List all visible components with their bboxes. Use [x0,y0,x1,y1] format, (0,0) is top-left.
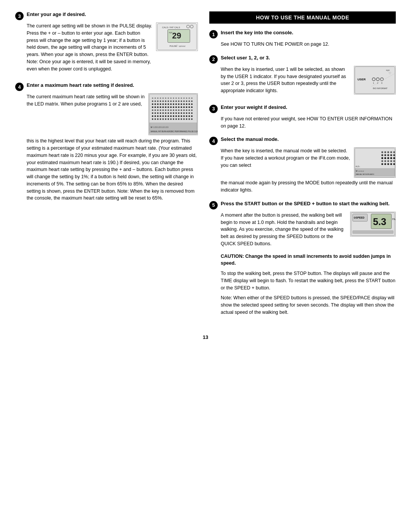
svg-text:1: 1 [373,81,374,84]
svg-point-123 [152,118,153,120]
svg-point-47 [162,104,164,105]
svg-point-81 [167,109,169,111]
svg-point-119 [183,115,185,117]
svg-point-159 [390,152,392,153]
step4-body1-left: The current maximum heart rate setting w… [27,93,145,108]
svg-point-174 [390,160,392,162]
step1-body-right: See HOW TO TURN ON THE POWER on page 12. [221,41,396,48]
svg-point-27 [152,101,153,102]
step5-caution-right: CAUTION: Change the speed in small incre… [221,253,396,267]
svg-point-130 [170,118,172,120]
svg-point-97 [167,112,169,114]
svg-point-175 [393,160,395,162]
svg-point-109 [157,115,159,117]
svg-point-29 [157,101,159,102]
svg-point-50 [170,104,172,105]
svg-point-162 [384,154,386,156]
step3-body-right: If you have not entered your weight, see… [221,115,396,130]
svg-point-138 [191,118,193,120]
svg-point-137 [188,118,190,120]
svg-point-135 [183,118,185,120]
svg-point-18 [170,97,172,99]
svg-point-39 [183,101,185,102]
step4-body1-right: When the key is inserted, the manual mod… [221,147,350,169]
svg-point-117 [178,115,180,117]
svg-point-177 [384,163,386,165]
svg-point-36 [175,101,177,102]
svg-point-132 [175,118,177,120]
svg-point-178 [387,163,389,165]
svg-point-17 [167,97,169,99]
svg-point-41 [188,101,190,102]
svg-point-75 [152,109,153,111]
step3-circle-left: 3 [15,12,24,20]
svg-point-25 [188,97,190,99]
svg-point-172 [384,160,386,162]
svg-point-85 [178,109,180,111]
svg-point-44 [155,104,156,105]
svg-point-60 [155,107,156,108]
page-number: 13 [15,334,396,340]
svg-point-19 [173,97,174,99]
svg-point-128 [165,118,166,120]
svg-point-134 [181,118,182,120]
svg-point-105 [188,112,190,114]
svg-point-33 [167,101,169,102]
svg-point-122 [191,115,193,117]
svg-point-99 [173,112,174,114]
svg-point-42 [191,101,193,102]
step1-title-right: Insert the key into the console. [221,30,293,35]
svg-point-45 [157,104,159,105]
svg-point-11 [152,97,153,99]
svg-text:5.3: 5.3 [373,216,386,227]
svg-point-171 [381,160,383,162]
svg-text:1 2 3 1 2 3 1 2 1 2 3: 1 2 3 1 2 3 1 2 1 2 3 [153,127,169,129]
svg-point-80 [165,109,166,111]
svg-point-92 [155,112,156,114]
step4-circle-right: 4 [209,137,218,145]
svg-point-32 [165,101,166,102]
svg-point-53 [178,104,180,105]
svg-point-160 [393,152,395,153]
svg-text:ALS○: ALS○ [355,166,360,168]
step5-body2-right: To stop the walking belt, press the STOP… [221,270,396,291]
svg-point-84 [175,109,177,111]
svg-point-158 [387,152,389,153]
svg-point-136 [186,118,187,120]
led-matrix-image: M 1 2 3 1 2 3 1 2 1 2 3 MANUAL FAT BURN … [148,93,198,135]
svg-point-113 [167,115,169,117]
svg-point-35 [173,101,174,102]
svg-point-69 [178,107,180,108]
svg-point-58 [191,104,193,105]
svg-point-28 [155,101,156,102]
svg-point-120 [186,115,187,117]
svg-point-98 [170,112,172,114]
svg-point-76 [155,109,156,111]
svg-point-67 [173,107,174,108]
svg-point-73 [188,107,190,108]
step5-body3-right: Note: When either of the SPEED buttons i… [221,294,396,316]
svg-point-20 [175,97,177,99]
svg-text:1  2  3  1  2: 1 2 3 1 2 [358,171,364,173]
svg-point-66 [170,107,172,108]
svg-point-89 [188,109,190,111]
svg-point-63 [162,107,164,108]
svg-point-108 [155,115,156,117]
svg-point-179 [390,163,392,165]
svg-point-51 [173,104,174,105]
svg-point-91 [152,112,153,114]
svg-point-167 [384,157,386,159]
svg-point-54 [181,104,182,105]
svg-point-103 [183,112,185,114]
svg-point-72 [186,107,187,108]
step3-body-left: The current age setting will be shown in… [27,22,152,72]
step5-body1-right: A moment after the button is pressed, th… [221,212,346,248]
svg-point-112 [165,115,166,117]
svg-point-168 [387,157,389,159]
svg-point-169 [390,157,392,159]
svg-point-64 [165,107,166,108]
svg-point-48 [165,104,166,105]
svg-point-34 [170,101,172,102]
svg-point-170 [393,157,395,159]
svg-point-173 [387,160,389,162]
